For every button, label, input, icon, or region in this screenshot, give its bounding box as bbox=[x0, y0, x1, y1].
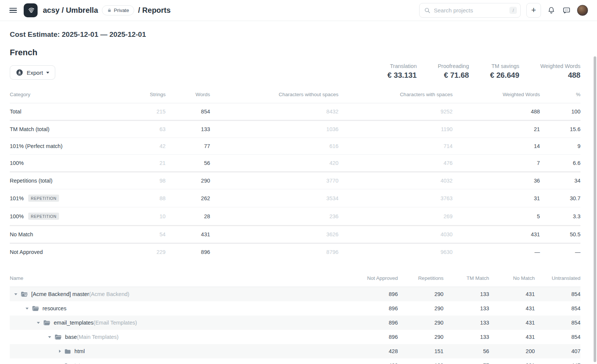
stat-translation: Translation € 33.131 bbox=[388, 63, 417, 80]
untranslated-value: 854 bbox=[535, 301, 580, 316]
not-approved-value: 896 bbox=[309, 301, 398, 316]
caret-right-icon[interactable] bbox=[59, 350, 61, 353]
caret-down-icon[interactable] bbox=[37, 322, 40, 324]
table-row: TM Match (total) 63 133 1036 1190 21 15.… bbox=[10, 121, 580, 138]
export-button[interactable]: Export bbox=[10, 65, 55, 80]
col-name: Name bbox=[10, 270, 309, 287]
percent-value: 100 bbox=[540, 103, 580, 121]
weighted-value: 5 bbox=[453, 207, 540, 226]
report-page: Cost Estimate: 2025-12-01 — 2025-12-01 F… bbox=[0, 30, 597, 364]
file-name: html bbox=[74, 348, 85, 354]
strings-value: 88 bbox=[124, 189, 166, 207]
not-approved-value: 896 bbox=[309, 330, 398, 344]
chars-with-value: 4032 bbox=[338, 172, 453, 189]
chars-without-value: 420 bbox=[210, 155, 339, 172]
logo-icon bbox=[26, 6, 35, 15]
folder-open-icon bbox=[55, 334, 62, 340]
chars-with-value: 9630 bbox=[338, 243, 453, 261]
words-value: 854 bbox=[165, 103, 210, 121]
col-percent: % bbox=[540, 86, 580, 103]
page-title: Cost Estimate: 2025-12-01 — 2025-12-01 bbox=[10, 30, 580, 39]
no-match-value: 431 bbox=[489, 330, 535, 344]
repetitions-value: 139 bbox=[398, 358, 443, 364]
category-label: 100% bbox=[10, 160, 24, 166]
weighted-value: — bbox=[453, 243, 540, 261]
notifications-button[interactable] bbox=[547, 6, 556, 15]
weighted-value: 21 bbox=[453, 121, 540, 138]
search-box[interactable]: / bbox=[419, 3, 521, 18]
folder-icon bbox=[64, 349, 71, 354]
folder-open-icon bbox=[43, 320, 50, 326]
category-label: 101% (Perfect match) bbox=[10, 143, 62, 149]
weighted-value: 488 bbox=[453, 103, 540, 121]
tm-match-value: 133 bbox=[444, 301, 489, 316]
breadcrumb: acsy / Umbrella Private / Reports bbox=[43, 5, 171, 15]
repetitions-value: 290 bbox=[398, 287, 443, 302]
percent-value: — bbox=[540, 243, 580, 261]
col-category: Category bbox=[10, 86, 124, 103]
breadcrumb-project[interactable]: acsy / Umbrella bbox=[43, 6, 98, 15]
no-match-value: 431 bbox=[489, 301, 535, 316]
words-value: 77 bbox=[165, 138, 210, 155]
col-chars-with-spaces: Characters with spaces bbox=[338, 86, 453, 103]
file-name-suffix: (Acme Backend) bbox=[89, 291, 129, 297]
private-badge-label: Private bbox=[114, 8, 129, 13]
category-label: Total bbox=[10, 109, 21, 115]
breadcrumb-section: / Reports bbox=[138, 6, 171, 15]
words-value: 290 bbox=[165, 172, 210, 189]
tm-match-value: 77 bbox=[444, 358, 489, 364]
search-input[interactable] bbox=[434, 7, 506, 14]
words-value: 28 bbox=[165, 207, 210, 226]
tree-row-folder[interactable]: email_templates(Email Templates) 896 290… bbox=[10, 316, 580, 330]
caret-down-icon[interactable] bbox=[26, 308, 29, 310]
percent-value: 50.5 bbox=[540, 226, 580, 243]
repetitions-value: 290 bbox=[398, 330, 443, 344]
chars-without-value: 3534 bbox=[210, 189, 339, 207]
category-label: No Match bbox=[10, 231, 33, 237]
chars-with-value: 1190 bbox=[338, 121, 453, 138]
file-name-suffix: (Email Templates) bbox=[94, 320, 137, 326]
messages-button[interactable] bbox=[562, 6, 571, 15]
bell-icon bbox=[547, 6, 555, 14]
create-project-button[interactable]: + bbox=[526, 3, 541, 18]
strings-value: 63 bbox=[124, 121, 166, 138]
col-weighted-words: Weighted Words bbox=[453, 86, 540, 103]
vertical-scrollbar[interactable] bbox=[594, 56, 596, 362]
stat-label: Translation bbox=[388, 63, 417, 69]
chat-icon bbox=[562, 6, 571, 14]
tree-row-branch[interactable]: [Acme Backend] master(Acme Backend) 896 … bbox=[10, 287, 580, 302]
table-row: No Match 54 431 3626 4030 431 50.5 bbox=[10, 226, 580, 243]
folder-icon bbox=[64, 363, 71, 364]
col-words: Words bbox=[165, 86, 210, 103]
file-name-suffix: (Main Templates) bbox=[77, 334, 118, 340]
table-row: Not Approved 229 896 8796 9630 — — bbox=[10, 243, 580, 261]
no-match-value: 200 bbox=[489, 344, 535, 358]
not-approved-value: 468 bbox=[309, 358, 398, 364]
chevron-down-icon bbox=[46, 72, 49, 74]
tree-row-folder[interactable]: txt 468 139 77 231 447 bbox=[10, 358, 580, 364]
repetition-badge: REPETITION bbox=[28, 195, 59, 202]
stat-weighted-words: Weighted Words 488 bbox=[540, 63, 580, 80]
tree-row-folder[interactable]: base(Main Templates) 896 290 133 431 854 bbox=[10, 330, 580, 344]
tree-row-folder[interactable]: html 428 151 56 200 407 bbox=[10, 344, 580, 358]
menu-icon[interactable] bbox=[9, 8, 17, 13]
col-not-approved: Not Approved bbox=[309, 270, 398, 287]
caret-down-icon[interactable] bbox=[48, 336, 51, 338]
table-row: Total 215 854 8432 9252 488 100 bbox=[10, 103, 580, 121]
chars-without-value: 236 bbox=[210, 207, 339, 226]
stat-label: Weighted Words bbox=[540, 63, 580, 69]
category-label: TM Match (total) bbox=[10, 126, 50, 132]
user-avatar[interactable] bbox=[577, 5, 588, 16]
caret-down-icon[interactable] bbox=[14, 293, 17, 295]
chars-with-value: 4030 bbox=[338, 226, 453, 243]
app-logo[interactable] bbox=[24, 3, 38, 17]
tree-row-folder[interactable]: resources 896 290 133 431 854 bbox=[10, 301, 580, 316]
repetitions-value: 151 bbox=[398, 344, 443, 358]
table-row: 100%REPETITION 10 28 236 269 5 3.3 bbox=[10, 207, 580, 226]
untranslated-value: 407 bbox=[535, 344, 580, 358]
no-match-value: 431 bbox=[489, 316, 535, 330]
strings-value: 229 bbox=[124, 243, 166, 261]
chars-with-value: 3763 bbox=[338, 189, 453, 207]
chars-with-value: 9252 bbox=[338, 103, 453, 121]
untranslated-value: 854 bbox=[535, 287, 580, 302]
